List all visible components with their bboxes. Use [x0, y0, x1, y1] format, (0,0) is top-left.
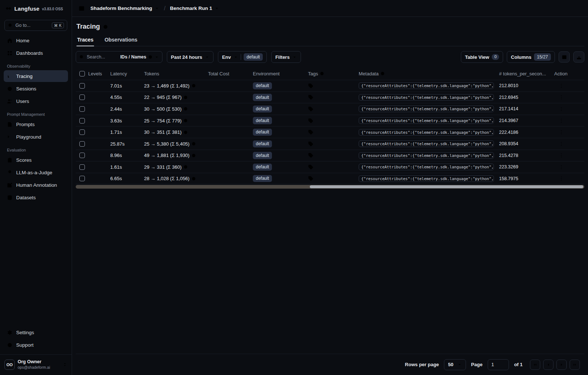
- tag-icon[interactable]: [308, 153, 313, 158]
- tag-icon[interactable]: [308, 129, 313, 135]
- tag-icon[interactable]: [308, 118, 313, 124]
- first-page-button[interactable]: [530, 360, 540, 370]
- sidebar-item-users[interactable]: Users: [4, 95, 68, 107]
- row-checkbox[interactable]: [79, 83, 85, 89]
- table-row[interactable]: 3.63s 25 → 754 (Σ 779) default {"resourc…: [76, 115, 584, 126]
- row-checkbox[interactable]: [79, 164, 85, 170]
- col-tokens[interactable]: Tokens: [143, 71, 207, 76]
- tag-icon[interactable]: [308, 176, 313, 181]
- table-row[interactable]: 25.87s 25 → 5,380 (Σ 5,405) default {"re…: [76, 138, 584, 150]
- col-environment[interactable]: Environment: [251, 71, 306, 76]
- table-row[interactable]: 1.71s 30 → 351 (Σ 381) default {"resourc…: [76, 126, 584, 138]
- info-icon[interactable]: [191, 176, 196, 181]
- sidebar-item-home[interactable]: Home: [4, 35, 68, 46]
- more-vertical-icon[interactable]: [559, 94, 564, 100]
- export-button[interactable]: [573, 51, 584, 63]
- sidebar-item-prompts[interactable]: Prompts: [4, 118, 68, 130]
- table-row[interactable]: 1.61s 29 → 331 (Σ 360) default {"resourc…: [76, 161, 584, 173]
- info-icon[interactable]: [191, 83, 196, 88]
- table-row[interactable]: 8.96s 49 → 1,881 (Σ 1,930) default {"res…: [76, 150, 584, 161]
- sidebar-item-scores[interactable]: Scores: [4, 154, 68, 166]
- col-metadata[interactable]: Metadata: [357, 71, 498, 76]
- row-checkbox[interactable]: [79, 176, 85, 181]
- col-tokens-per-second[interactable]: # tokens_per_secon...: [498, 71, 553, 76]
- tag-icon[interactable]: [308, 106, 313, 112]
- info-icon[interactable]: [183, 118, 188, 123]
- sidebar-item-settings[interactable]: Settings: [4, 326, 68, 338]
- project-switcher[interactable]: Benchmark Run 1: [170, 6, 220, 11]
- more-vertical-icon[interactable]: [559, 118, 564, 124]
- tab-observations[interactable]: Observations: [104, 34, 138, 46]
- col-levels[interactable]: Levels: [87, 71, 109, 76]
- next-page-button[interactable]: [556, 360, 567, 370]
- sidebar-item-playground[interactable]: Playground: [4, 131, 68, 143]
- rows-per-page-label: Rows per page: [405, 362, 439, 367]
- sidebar-item-human-annotation[interactable]: Human Annotation: [4, 179, 68, 191]
- tag-icon[interactable]: [308, 94, 313, 100]
- row-checkbox[interactable]: [79, 118, 85, 124]
- table-view-button[interactable]: Table View 0: [461, 51, 503, 63]
- last-page-button[interactable]: [570, 360, 580, 370]
- more-vertical-icon[interactable]: [559, 83, 564, 89]
- previous-page-button[interactable]: [543, 360, 553, 370]
- env-filter-dropdown[interactable]: Env default: [218, 51, 267, 63]
- more-vertical-icon[interactable]: [559, 176, 564, 181]
- table-row[interactable]: 4.55s 22 → 945 (Σ 967) default {"resourc…: [76, 92, 584, 103]
- row-height-button[interactable]: [559, 51, 570, 63]
- select-all-checkbox[interactable]: [79, 71, 85, 76]
- col-total-cost[interactable]: Total Cost: [207, 71, 251, 76]
- more-vertical-icon[interactable]: [559, 164, 564, 170]
- page-number-input[interactable]: [488, 359, 509, 370]
- info-icon[interactable]: [103, 24, 108, 29]
- table-row[interactable]: 6.65s 28 → 1,028 (Σ 1,056) default {"res…: [76, 173, 584, 185]
- info-icon[interactable]: [148, 55, 153, 59]
- sidebar-item-tracing[interactable]: Tracing: [4, 70, 68, 82]
- info-icon[interactable]: [183, 95, 188, 100]
- row-checkbox[interactable]: [79, 153, 85, 158]
- col-latency[interactable]: Latency: [109, 71, 143, 76]
- more-vertical-icon[interactable]: [559, 141, 564, 147]
- info-icon[interactable]: [183, 165, 188, 169]
- metadata-cell: {"resourceAttributes":{"telemetry.sdk.la…: [357, 82, 498, 89]
- rows-per-page-select[interactable]: 50: [444, 359, 466, 370]
- org-switcher[interactable]: Shadeform Benchmarking: [90, 6, 159, 11]
- goto-search[interactable]: Go to... ⌘ K: [4, 20, 67, 31]
- search-scope-dropdown[interactable]: IDs / Names: [120, 54, 159, 60]
- sidebar-item-llm-as-a-judge[interactable]: LLM-as-a-Judge: [4, 167, 68, 178]
- horizontal-scrollbar[interactable]: [76, 185, 584, 189]
- time-range-dropdown[interactable]: Past 24 hours: [167, 51, 214, 63]
- horizontal-scrollbar-thumb[interactable]: [310, 185, 583, 188]
- more-vertical-icon[interactable]: [559, 153, 564, 158]
- table-view-count-badge: 0: [492, 54, 499, 60]
- metadata-cell: {"resourceAttributes":{"telemetry.sdk.la…: [357, 106, 498, 112]
- row-checkbox[interactable]: [79, 94, 85, 100]
- more-vertical-icon[interactable]: [559, 106, 564, 112]
- columns-button[interactable]: Columns 15/27: [507, 51, 555, 63]
- sidebar-toggle-button[interactable]: [76, 3, 87, 14]
- tag-icon[interactable]: [308, 141, 313, 147]
- sidebar-item-sessions[interactable]: Sessions: [4, 83, 68, 94]
- info-icon[interactable]: [320, 71, 324, 76]
- row-checkbox[interactable]: [79, 129, 85, 135]
- sidebar-item-support[interactable]: Support: [4, 339, 68, 351]
- file-text-icon: [7, 122, 12, 127]
- filters-dropdown[interactable]: Filters: [271, 51, 301, 63]
- row-checkbox[interactable]: [79, 141, 85, 147]
- row-checkbox[interactable]: [79, 106, 85, 112]
- info-icon[interactable]: [380, 71, 385, 76]
- table-row[interactable]: 2.44s 30 → 500 (Σ 530) default {"resourc…: [76, 103, 584, 115]
- tab-traces[interactable]: Traces: [76, 34, 94, 46]
- info-icon[interactable]: [191, 142, 196, 146]
- info-icon[interactable]: [183, 107, 188, 111]
- sidebar-item-dashboards[interactable]: Dashboards: [4, 47, 68, 59]
- search-input[interactable]: [87, 54, 113, 60]
- more-vertical-icon[interactable]: [559, 129, 564, 135]
- tag-icon[interactable]: [308, 83, 313, 89]
- user-menu[interactable]: OO Org Owner ops@shadeform.ai: [0, 354, 72, 375]
- sidebar-item-datasets[interactable]: Datasets: [4, 192, 68, 203]
- col-tags[interactable]: Tags: [306, 71, 357, 76]
- info-icon[interactable]: [191, 153, 196, 158]
- tag-icon[interactable]: [308, 164, 313, 170]
- info-icon[interactable]: [183, 130, 188, 135]
- table-row[interactable]: 7.01s 23 → 1,469 (Σ 1,492) default {"res…: [76, 80, 584, 92]
